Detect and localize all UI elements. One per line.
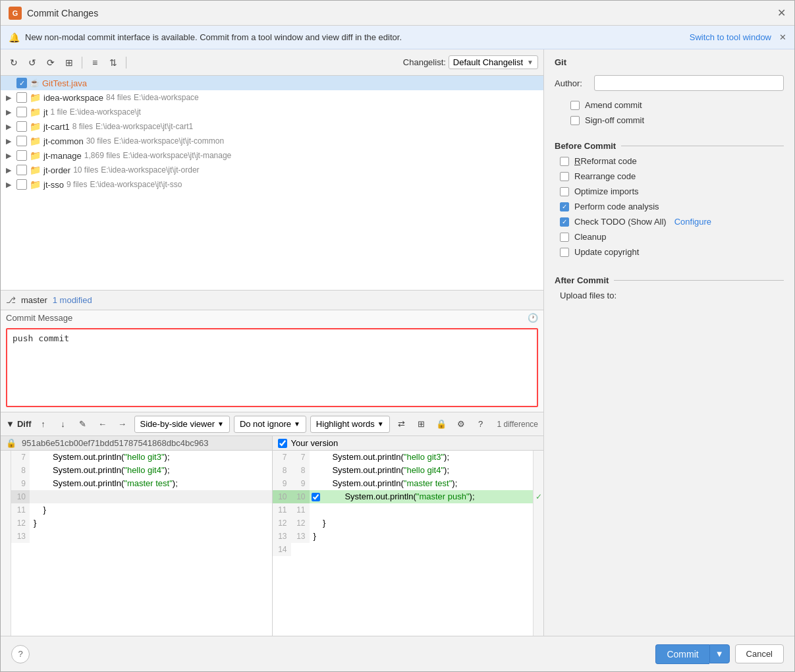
idea-workspace-checkbox[interactable] [16,92,27,103]
line-num-right: 13 [291,530,310,543]
diff-columns-btn[interactable]: ⊞ [414,416,429,432]
update-copyright-checkbox[interactable] [560,248,569,257]
diff-lock-btn[interactable]: 🔒 [433,416,449,432]
folder-path: E:\idea-workspace\jt\jt-sso [90,180,182,189]
commit-message-label: Commit Message [6,313,72,323]
switch-to-tool-window-link[interactable]: Switch to tool window [690,32,771,42]
line-content: System.out.println("master test"); [310,477,534,490]
cleanup-checkbox[interactable] [560,233,569,242]
perform-analysis-row[interactable]: ✓ Perform code analysis [544,199,794,214]
viewer-dropdown[interactable]: Side-by-side viewer ▼ [134,416,230,433]
sort-button[interactable]: ≡ [87,55,103,70]
diff-section-toggle[interactable]: ▼ Diff [6,419,32,429]
folder-path: E:\idea-workspace\jt\jt-manage [123,151,232,160]
tree-item-jt-common[interactable]: ▶ 📁 jt-common 30 files E:\idea-workspace… [1,134,543,148]
folder-path: E:\idea-workspace [134,93,199,102]
expand-arrow: ▶ [6,123,16,131]
folder-name: jt-order [43,165,70,175]
diff-forward-button[interactable]: → [115,416,130,432]
rearrange-label: Rearrange code [574,171,636,181]
author-input[interactable] [594,75,784,91]
commit-caret-button[interactable]: ▼ [709,644,730,663]
jt-checkbox[interactable] [16,107,27,117]
tree-item-jt-sso[interactable]: ▶ 📁 jt-sso 9 files E:\idea-workspace\jt\… [1,177,543,192]
diff-settings-btn[interactable]: ⇄ [394,416,410,432]
cancel-button[interactable]: Cancel [735,644,784,663]
folder-icon: 📁 [30,165,41,175]
tree-item-jt-order[interactable]: ▶ 📁 jt-order 10 files E:\idea-workspace\… [1,163,543,177]
close-info-button[interactable]: ✕ [779,32,786,42]
undo-button[interactable]: ↺ [24,55,40,70]
indicator-right-10: ✓ [534,490,543,503]
folder-info: 10 files [73,165,98,175]
diff-help-btn[interactable]: ? [473,416,489,432]
signoff-row[interactable]: Sign-off commit [555,113,784,128]
rearrange-checkbox[interactable] [560,172,569,181]
line-checkbox[interactable] [312,493,320,501]
diff-content: 🔒 951ab6e51cb00ef71bdd51787541868dbc4bc9… [1,436,543,636]
reformat-checkbox[interactable] [560,157,569,166]
line-num: 12 [11,517,30,530]
indicator-right-12 [534,517,543,530]
diff-button[interactable]: ⊞ [61,55,77,70]
commit-message-input[interactable] [6,328,538,407]
rearrange-row[interactable]: Rearrange code [544,169,794,184]
optimize-checkbox[interactable] [560,187,569,196]
jt-common-checkbox[interactable] [16,136,27,146]
expand-arrow: ▶ [6,152,16,160]
gittest-checkbox[interactable]: ✓ [16,78,27,88]
tree-item-jt-manage[interactable]: ▶ 📁 jt-manage 1,869 files E:\idea-worksp… [1,148,543,163]
tree-item-idea-workspace[interactable]: ▶ 📁 idea-workspace 84 files E:\idea-work… [1,90,543,105]
your-version-checkbox[interactable] [278,439,287,448]
jt-manage-checkbox[interactable] [16,150,27,161]
diff-next-button[interactable]: ↓ [55,416,71,432]
indicator-row-12 [1,517,11,530]
reformat-label: RReformat code [574,156,637,166]
history-icon[interactable]: 🕐 [528,313,538,323]
check-todo-row[interactable]: ✓ Check TODO (Show All) Configure [544,214,794,229]
jt-sso-checkbox[interactable] [16,179,27,190]
jt-order-checkbox[interactable] [16,165,27,175]
optimize-row[interactable]: Optimize imports [544,184,794,199]
changelist-dropdown[interactable]: Default Changelist ▼ [449,55,538,69]
toolbar-separator-2 [126,57,126,69]
modified-count: 1 modified [53,295,92,305]
refresh-button[interactable]: ↻ [6,55,22,70]
jt-cart1-checkbox[interactable] [16,121,27,132]
diff-prev-button[interactable]: ↑ [36,416,51,432]
close-button[interactable]: ✕ [776,8,786,18]
group-button[interactable]: ⇅ [105,55,121,70]
amend-commit-checkbox[interactable] [570,101,580,110]
app-icon: G [9,7,22,20]
diff-right-content: 7 7 System.out.println("hello git3"); 8 … [273,451,544,636]
check-todo-checkbox[interactable]: ✓ [560,217,569,227]
tree-item-jt[interactable]: ▶ 📁 jt 1 file E:\idea-workspace\jt [1,105,543,119]
perform-analysis-checkbox[interactable]: ✓ [560,202,569,211]
line-content: System.out.println("hello git3"); [30,451,272,464]
redo-button[interactable]: ⟳ [43,55,59,70]
update-copyright-row[interactable]: Update copyright [544,244,794,260]
highlight-dropdown[interactable]: Highlight words ▼ [310,416,390,433]
amend-commit-row[interactable]: Amend commit [555,98,784,113]
diff-right-pane: Your version 7 7 System.out.println("hel… [273,436,544,636]
diff-back-button[interactable]: ← [95,416,111,432]
bottom-bar: ? Commit ▼ Cancel [1,636,794,671]
help-button[interactable]: ? [11,645,30,663]
diff-right-line-8: 8 8 System.out.println("hello git4"); [273,464,534,477]
signoff-checkbox[interactable] [570,116,580,125]
ignore-dropdown[interactable]: Do not ignore ▼ [234,416,306,433]
diff-gear-btn[interactable]: ⚙ [453,416,469,432]
expand-arrow: ▶ [6,166,16,175]
configure-link[interactable]: Configure [674,217,711,227]
folder-icon: 📁 [30,121,41,132]
expand-arrow: ▶ [6,181,16,189]
folder-info: 8 files [72,122,93,131]
tree-item-gittest[interactable]: ✓ ☕ GitTest.java [1,76,543,90]
folder-icon: 📁 [30,107,41,117]
line-content: } [30,517,272,530]
reformat-row[interactable]: RReformat code [544,154,794,169]
cleanup-row[interactable]: Cleanup [544,229,794,244]
commit-button[interactable]: Commit [655,644,709,664]
diff-edit-button[interactable]: ✎ [75,416,91,432]
tree-item-jt-cart1[interactable]: ▶ 📁 jt-cart1 8 files E:\idea-workspace\j… [1,119,543,134]
